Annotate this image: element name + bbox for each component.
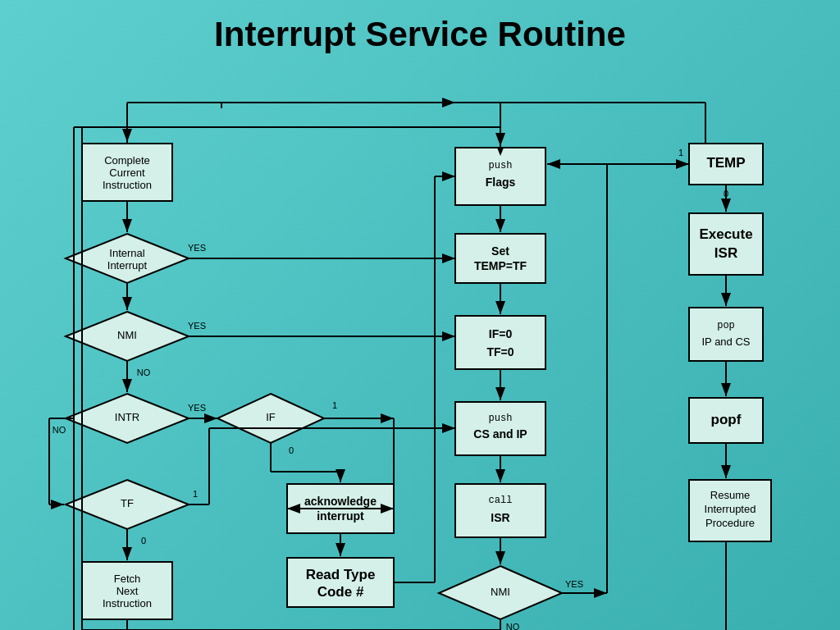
resume-text3: Procedure xyxy=(705,517,755,529)
pop-ip-cs-text: IP and CS xyxy=(701,336,750,348)
acknowledge-text2: interrupt xyxy=(317,509,364,523)
zero-label-if: 0 xyxy=(289,445,294,455)
if0-tf0-box xyxy=(455,316,546,369)
tf0-text: TF=0 xyxy=(486,345,514,358)
if0-text: IF=0 xyxy=(489,327,513,340)
pop-label: pop xyxy=(717,320,735,331)
no-label-intr: NO xyxy=(52,425,66,435)
no-label-2: NO xyxy=(137,368,151,377)
one-label-tf: 1 xyxy=(193,489,198,499)
zero-label-tf: 0 xyxy=(141,536,146,546)
tf-text: TF xyxy=(121,497,134,509)
push-cs-ip-text: CS and IP xyxy=(473,427,527,441)
internal-interrupt-text2: Interrupt xyxy=(107,259,148,272)
one-label-temp: 1 xyxy=(678,148,683,158)
set-temp-text1: Set xyxy=(491,244,509,258)
complete-current-text1: Complete xyxy=(104,154,150,167)
nmi1-text: NMI xyxy=(117,329,137,341)
acknowledge-text1: acknowledge xyxy=(304,495,377,508)
one-label-if: 1 xyxy=(332,400,337,410)
execute-isr-text2: ISR xyxy=(714,245,737,261)
resume-text2: Interrupted xyxy=(705,503,756,515)
complete-current-text3: Instruction xyxy=(103,179,152,191)
temp-text: TEMP xyxy=(706,155,745,171)
yes-label-3: YES xyxy=(188,403,206,413)
execute-isr-text1: Execute xyxy=(699,226,752,242)
resume-text1: Resume xyxy=(710,489,750,501)
internal-interrupt-text1: Internal xyxy=(109,247,144,259)
if-text: IF xyxy=(266,411,276,423)
no-label-nmi2: NO xyxy=(506,622,520,630)
yes-label-1: YES xyxy=(188,243,206,253)
yes-label-2: YES xyxy=(188,321,206,331)
read-type-text1: Read Type xyxy=(306,567,376,582)
pop-ip-cs-box xyxy=(689,308,763,361)
read-type-text2: Code # xyxy=(317,584,364,600)
intr-text: INTR xyxy=(115,411,139,423)
call-isr-text: ISR xyxy=(491,511,509,524)
set-temp-text2: TEMP=TF xyxy=(474,259,527,272)
push-flags-text: Flags xyxy=(486,176,516,189)
complete-current-text2: Current xyxy=(109,167,145,179)
push-flags-label: push xyxy=(489,160,513,171)
title: Interrupt Service Routine xyxy=(0,0,840,62)
fetch-next-text2: Next xyxy=(116,585,139,597)
nmi2-text: NMI xyxy=(491,586,510,598)
popf-text: popf xyxy=(711,412,742,427)
fetch-next-text1: Fetch xyxy=(114,573,141,585)
call-isr-label: call xyxy=(489,495,513,506)
yes-label-nmi2: YES xyxy=(565,579,583,589)
push-cs-ip-label: push xyxy=(489,413,513,424)
fetch-next-text3: Instruction xyxy=(103,597,152,609)
execute-isr-box xyxy=(689,213,763,275)
